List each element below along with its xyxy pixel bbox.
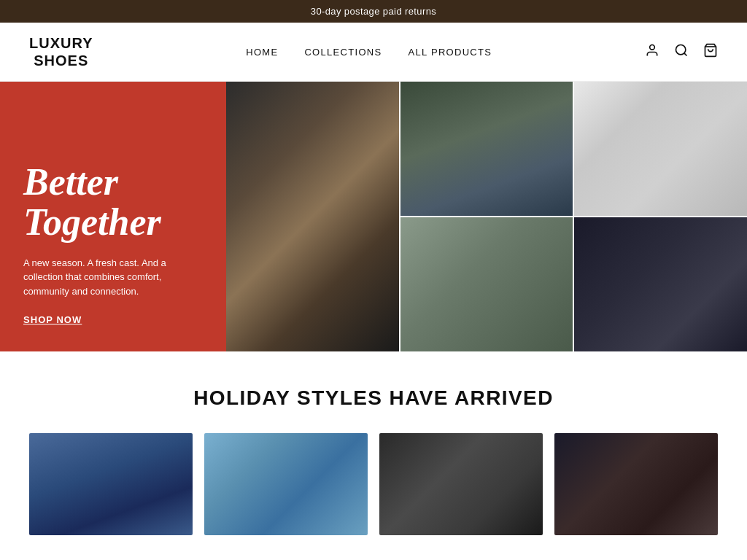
hero-heading: Better Together [23, 163, 203, 242]
holiday-card-4[interactable] [554, 433, 718, 535]
nav-all-products[interactable]: ALL PRODUCTS [408, 47, 492, 58]
holiday-card-3[interactable] [379, 433, 543, 535]
svg-point-0 [650, 44, 655, 50]
hero-image-man-black [574, 217, 747, 351]
banner-text: 30-day postage paid returns [311, 6, 436, 17]
top-banner: 30-day postage paid returns [0, 0, 747, 23]
site-header: LUXURY SHOES HOME COLLECTIONS ALL PRODUC… [0, 23, 747, 82]
hero-image-man-jacket [400, 82, 573, 216]
holiday-card-2[interactable] [204, 433, 368, 535]
main-nav: HOME COLLECTIONS ALL PRODUCTS [246, 47, 492, 58]
hero-section: Better Together A new season. A fresh ca… [0, 82, 747, 351]
account-icon[interactable] [645, 43, 659, 61]
hero-image-woman-headphones [400, 217, 573, 351]
svg-point-1 [676, 44, 685, 54]
hero-cta[interactable]: SHOP NOW [23, 314, 203, 325]
hero-image-woman-jeans [226, 82, 399, 351]
hero-left-panel: Better Together A new season. A fresh ca… [0, 82, 226, 351]
svg-line-2 [684, 52, 687, 55]
hero-body: A new season. A fresh cast. And a collec… [23, 256, 203, 299]
cart-icon[interactable] [703, 43, 718, 61]
site-logo[interactable]: LUXURY SHOES [29, 34, 93, 69]
search-icon[interactable] [674, 43, 689, 61]
nav-collections[interactable]: COLLECTIONS [304, 47, 382, 58]
header-icons [645, 43, 718, 61]
holiday-grid [29, 433, 718, 535]
holiday-section: HOLIDAY STYLES HAVE ARRIVED [0, 351, 747, 559]
nav-home[interactable]: HOME [246, 47, 278, 58]
holiday-card-1[interactable] [29, 433, 193, 535]
hero-image-man-striped [574, 82, 747, 216]
hero-image-grid [226, 82, 747, 351]
holiday-heading: HOLIDAY STYLES HAVE ARRIVED [29, 386, 718, 410]
